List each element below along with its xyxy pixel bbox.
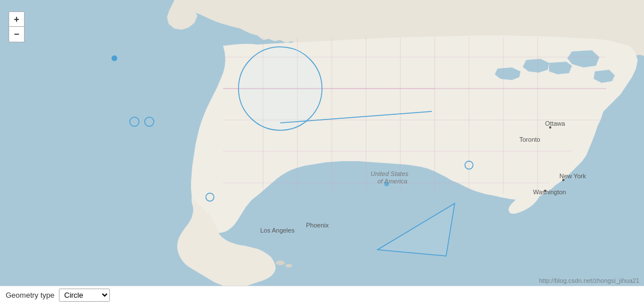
svg-text:Los Angeles: Los Angeles [260, 227, 295, 234]
bottom-bar: Geometry type Circle Point LineString Po… [0, 286, 644, 304]
svg-point-32 [112, 55, 117, 61]
svg-point-37 [384, 182, 389, 186]
geometry-type-label: Geometry type [6, 291, 54, 299]
svg-text:New York: New York [559, 173, 586, 179]
svg-text:Washington: Washington [533, 189, 566, 195]
svg-text:United States: United States [371, 170, 409, 177]
zoom-out-button[interactable]: − [9, 27, 24, 42]
map-container[interactable]: Ottawa Toronto New York Washington Los A… [0, 0, 644, 304]
svg-point-30 [238, 47, 322, 130]
svg-text:Phoenix: Phoenix [306, 222, 329, 229]
svg-point-2 [285, 264, 292, 267]
svg-point-23 [562, 179, 565, 181]
watermark: http://blog.csdn.net/zhongsi_jihua21 [539, 277, 639, 284]
map-svg: Ottawa Toronto New York Washington Los A… [0, 0, 644, 304]
svg-text:Toronto: Toronto [519, 136, 540, 143]
svg-point-25 [544, 190, 546, 192]
svg-text:Ottawa: Ottawa [545, 120, 566, 127]
zoom-controls: + − [9, 11, 25, 42]
zoom-in-button[interactable]: + [9, 12, 24, 27]
svg-text:of America: of America [377, 178, 407, 185]
geometry-type-select[interactable]: Circle Point LineString Polygon [59, 289, 110, 302]
svg-point-20 [549, 126, 551, 129]
svg-point-1 [276, 261, 285, 265]
